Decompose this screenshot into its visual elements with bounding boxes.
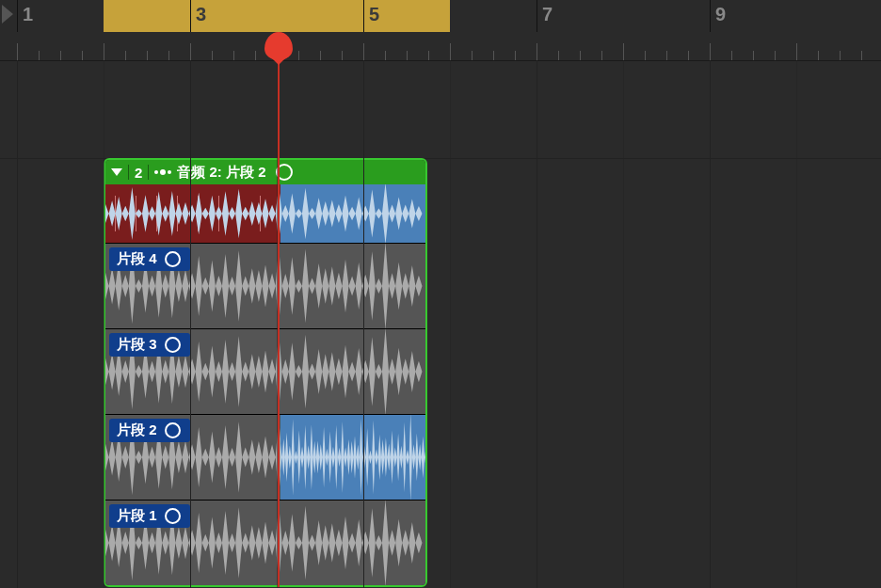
take-row[interactable]: 片段 4 <box>105 243 425 328</box>
track-row-bg <box>0 73 881 159</box>
tracks-area[interactable]: 2 音频 2: 片段 2 片段 4片段 3片段 2片段 1 <box>0 60 881 588</box>
comp-row[interactable] <box>105 184 425 243</box>
bar-number: 1 <box>17 4 33 25</box>
take-row[interactable]: 片段 3 <box>105 328 425 414</box>
loop-indicator-icon <box>165 337 181 353</box>
disclosure-triangle-icon[interactable] <box>111 168 122 176</box>
quick-swipe-icon[interactable] <box>154 169 171 175</box>
bar-number: 3 <box>190 4 206 25</box>
bar-number: 9 <box>710 4 726 25</box>
cycle-region[interactable] <box>104 0 450 32</box>
take-label[interactable]: 片段 3 <box>109 333 190 357</box>
take-folder[interactable]: 2 音频 2: 片段 2 片段 4片段 3片段 2片段 1 <box>104 158 427 587</box>
take-label[interactable]: 片段 2 <box>109 419 190 442</box>
ruler-start-triangle <box>2 5 13 24</box>
loop-indicator-icon <box>276 164 293 181</box>
timeline-beat-ruler[interactable] <box>0 32 881 61</box>
take-row[interactable]: 片段 2 <box>105 414 425 500</box>
loop-indicator-icon <box>165 508 181 524</box>
take-label[interactable]: 片段 1 <box>109 504 190 528</box>
playhead-handle[interactable] <box>264 32 293 60</box>
loop-indicator-icon <box>165 422 181 438</box>
timeline-bar-ruler[interactable]: 13579 <box>0 0 881 33</box>
bar-number: 7 <box>537 4 553 25</box>
waveform <box>105 184 425 243</box>
divider <box>148 165 149 180</box>
take-row[interactable]: 片段 1 <box>105 500 425 585</box>
loop-indicator-icon <box>165 251 181 267</box>
take-number: 2 <box>135 165 142 181</box>
bar-number: 5 <box>363 4 379 25</box>
take-label[interactable]: 片段 4 <box>109 247 190 271</box>
take-selected-zone[interactable] <box>280 415 427 500</box>
divider <box>128 165 129 180</box>
take-folder-header[interactable]: 2 音频 2: 片段 2 <box>105 160 425 184</box>
